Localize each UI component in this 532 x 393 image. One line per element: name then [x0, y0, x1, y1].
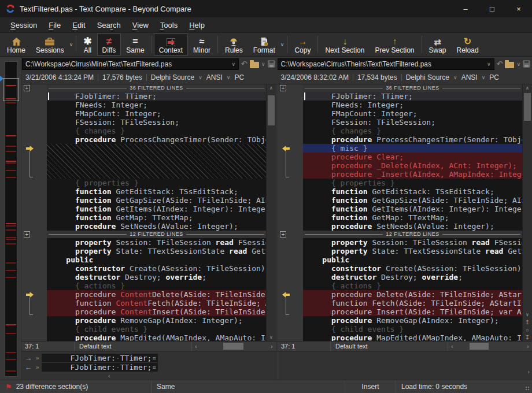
scroll-right-icon[interactable]: › — [524, 343, 532, 350]
code-line[interactable]: { actions } — [303, 281, 522, 290]
left-path-input[interactable]: C:\Workspace\Cirrus\Mine\Text\TextFilter… — [22, 58, 239, 70]
chevron-down-icon[interactable]: ∨ — [227, 75, 231, 80]
diff-location-mark[interactable] — [6, 177, 16, 178]
code-line[interactable]: function GetEditStack: TSsEditStack; — [303, 187, 522, 196]
code-line[interactable]: { misc } — [303, 144, 522, 153]
code-line[interactable]: function GetGapSize(ASide: TFileInSide; … — [47, 196, 266, 205]
prev-section-button[interactable]: ↑Prev Section — [370, 34, 419, 55]
chevron-down-icon[interactable]: ∨ — [482, 75, 486, 80]
diff-location-mark[interactable] — [6, 225, 16, 227]
scroll-up-icon[interactable]: ∧ — [267, 84, 276, 92]
home-button[interactable]: Home — [2, 34, 31, 55]
close-button[interactable]: × — [505, 0, 532, 17]
parent-folder-icon[interactable]: ↷ — [241, 60, 247, 68]
same-button[interactable]: =Same — [121, 34, 149, 55]
code-line[interactable]: property State: TTextSessionState read G… — [303, 247, 522, 255]
minor-button[interactable]: ≈Minor — [188, 34, 216, 55]
code-line[interactable]: property Session: TFileSession read FSes… — [47, 238, 266, 247]
scroll-down-icon[interactable]: ∨ — [523, 311, 532, 318]
code-line[interactable]: FNeeds: Integer; — [47, 101, 266, 109]
code-line[interactable]: function GetGapSize(ASide: TFileInSide; … — [303, 196, 522, 205]
rules-button[interactable]: Rules — [220, 34, 248, 55]
swap-button[interactable]: ⇄Swap — [424, 34, 452, 55]
diff-location-mark[interactable] — [6, 170, 16, 171]
diff-location-mark[interactable] — [6, 262, 16, 264]
center-current-icon[interactable]: ○ — [523, 326, 532, 333]
right-horizontal-scrollbar[interactable]: ‹ › — [448, 342, 532, 351]
chevron-down-icon[interactable]: ∨ — [280, 33, 286, 56]
chevron-down-icon[interactable]: ∨ — [487, 61, 491, 67]
expand-filtered-lines-button[interactable]: + — [280, 85, 286, 91]
diff-location-mark[interactable] — [6, 151, 16, 152]
code-line[interactable]: public — [47, 255, 266, 264]
diff-section-arrow-icon[interactable] — [26, 292, 34, 298]
code-line[interactable]: { child events } — [47, 325, 266, 333]
detail-row[interactable]: →» FJobTimer:·TTimer;¤ — [23, 353, 277, 362]
reload-button[interactable]: ↻Reload — [452, 34, 484, 55]
left-format-select[interactable]: Delphi Source — [151, 73, 194, 81]
code-line[interactable]: procedure SetNeeds(AValue: Integer); — [303, 222, 522, 231]
diff-location-mark[interactable] — [6, 85, 16, 86]
code-line[interactable]: function ContentFetch(ASide: TFileInSide… — [47, 299, 266, 307]
code-line[interactable]: destructor Destroy; override; — [303, 273, 522, 281]
code-line[interactable]: procedure RemoveGap(AIndex: Integer); — [47, 316, 266, 325]
scroll-right-icon[interactable]: › — [268, 343, 276, 350]
scroll-left-icon[interactable]: ‹ — [108, 372, 110, 379]
code-line[interactable]: property State: TTextSessionState read G… — [47, 247, 266, 255]
diff-location-mark[interactable] — [6, 243, 16, 244]
next-section-button[interactable]: ↓Next Section — [320, 34, 370, 55]
code-line[interactable]: function GetItems(AIndex: Integer): Inte… — [47, 205, 266, 213]
code-line[interactable]: FJobTimer: TTimer; — [47, 92, 266, 101]
scroll-down-icon[interactable]: ∨ — [267, 333, 276, 341]
left-vertical-scrollbar[interactable]: ∧ ∨ — [266, 84, 276, 341]
code-line[interactable]: { child events } — [303, 325, 522, 333]
right-path-input[interactable]: C:\Workspace\Cirrus\Theirs\Text\TextFilt… — [278, 58, 494, 70]
code-line[interactable]: public — [303, 255, 522, 264]
diff-location-mark[interactable] — [6, 135, 16, 136]
scroll-thumb[interactable] — [223, 343, 243, 350]
code-line[interactable]: constructor Create(ASession: TFileSessio… — [303, 264, 522, 273]
menu-file[interactable]: File — [43, 19, 66, 31]
diff-location-mark[interactable] — [6, 370, 16, 372]
code-line[interactable]: procedure ProcessChangesTimer(Sender: TO… — [303, 135, 522, 144]
diff-location-mark[interactable] — [6, 359, 16, 360]
left-horizontal-scrollbar[interactable]: ‹ › — [192, 342, 276, 351]
code-area[interactable]: 36 FILTERED LINES FJobTimer: TTimer; FNe… — [47, 84, 266, 341]
code-line[interactable]: procedure SetNeeds(AValue: Integer); — [47, 222, 266, 231]
code-line[interactable]: procedure ContentDelete(ASide: TFileInSi… — [47, 290, 266, 299]
diff-location-mark[interactable] — [6, 161, 16, 162]
menu-help[interactable]: Help — [183, 19, 210, 31]
diff-section-arrow-icon[interactable] — [26, 146, 34, 151]
code-line[interactable]: destructor Destroy; override; — [47, 273, 266, 281]
copy-to-right-arrow-icon[interactable]: → — [23, 354, 34, 362]
scroll-track[interactable] — [456, 342, 524, 351]
all-button[interactable]: ✱All — [78, 34, 97, 55]
copy-to-left-arrow-icon[interactable]: ← — [23, 363, 34, 372]
code-area[interactable]: 36 FILTERED LINES FJobTimer: TTimer; FNe… — [303, 84, 522, 341]
code-line[interactable]: procedure RemoveGap(AIndex: Integer); — [303, 316, 522, 325]
code-line[interactable]: procedure ProcessChangesTimer(Sender: TO… — [47, 135, 266, 144]
code-line[interactable]: FNeeds: Integer; — [303, 101, 522, 109]
expand-filtered-lines-button[interactable]: + — [280, 231, 286, 238]
scroll-thumb[interactable] — [524, 93, 531, 121]
code-line[interactable]: FSession: TFileSession; — [47, 118, 266, 127]
code-line[interactable]: procedure _Insert(AIndex, AMapIndex: Int… — [303, 170, 522, 179]
code-line[interactable]: { actions } — [47, 281, 266, 290]
code-line[interactable]: function GetItems(AIndex: Integer): Inte… — [303, 205, 522, 213]
scroll-left-icon[interactable]: ‹ — [192, 343, 200, 350]
code-line[interactable]: function GetEditStack: TSsEditStack; — [47, 187, 266, 196]
code-line[interactable]: property Session: TFileSession read FSes… — [303, 238, 522, 247]
save-right-icon[interactable] — [523, 60, 530, 68]
menu-view[interactable]: View — [127, 19, 154, 31]
scroll-track[interactable] — [267, 92, 276, 333]
diff-overview-map[interactable] — [5, 61, 17, 377]
save-left-icon[interactable] — [268, 60, 275, 68]
scroll-right-icon[interactable]: › — [527, 368, 530, 375]
chevron-down-icon[interactable]: ∨ — [69, 33, 75, 56]
scroll-track[interactable] — [523, 92, 532, 311]
code-line[interactable]: FMapCount: Integer; — [47, 109, 266, 118]
diff-location-mark[interactable] — [6, 102, 16, 103]
diff-location-mark[interactable] — [6, 223, 16, 224]
expand-filtered-lines-button[interactable]: + — [24, 85, 30, 91]
code-line[interactable]: function GetMap: TTextMap; — [47, 213, 266, 222]
